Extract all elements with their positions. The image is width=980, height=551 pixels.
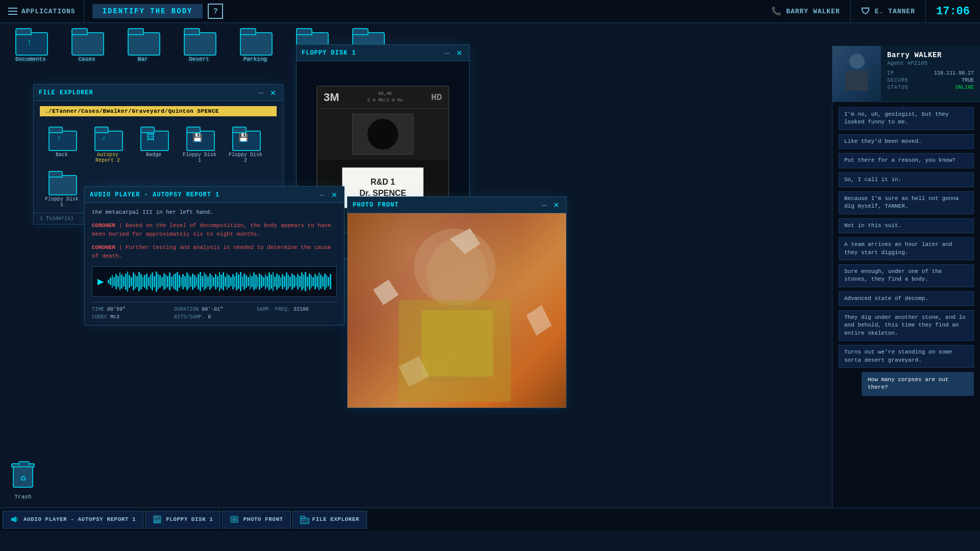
chat-messages: I'm no, uh, geologist, but they looked f…: [832, 102, 980, 503]
identify-body-button[interactable]: IDENTIFY THE BODY: [92, 4, 203, 18]
codec-val: Mc3: [110, 314, 119, 320]
documents-icon[interactable]: ↑ Documents: [10, 28, 51, 62]
cases-icon[interactable]: Cases: [66, 28, 107, 62]
barry-walker-panel[interactable]: 📞 BARRY WALKER: [761, 0, 851, 22]
floppy-disk-controls: — ✕: [443, 48, 464, 58]
file-back-label: Back: [56, 152, 68, 158]
floppy-rd-text1: R&D 1: [371, 177, 395, 188]
chat-msg-1: Like they'd been moved.: [839, 134, 974, 149]
back-arrow-icon: ↑: [57, 134, 62, 143]
floppy-shutter-area: [317, 109, 448, 160]
floppy-top-label: 3M DS,HD2.0 Mb/2.0 Mo HD: [317, 87, 448, 109]
audio-player-window: AUDIO PLAYER - AUTOPSY REPORT 1 — ✕ the …: [84, 186, 345, 325]
audio-close[interactable]: ✕: [330, 190, 339, 199]
coroner2-text: |: [119, 244, 126, 251]
meta-bits: BITS/SAMP. 8: [174, 314, 254, 320]
profile-photo: [832, 46, 881, 102]
audio-text-before: the metacarpal III in her left hand.: [92, 208, 337, 217]
floppy1-folder-icon: [48, 171, 75, 193]
file-floppy1-folder-label: Floppy Disk 1: [44, 196, 80, 208]
coroner1-text: |: [119, 222, 126, 229]
file-badge-label: Badge: [146, 152, 161, 158]
person-silhouette: [842, 54, 872, 94]
e-tanner-panel[interactable]: 🛡 E. TANNER: [851, 0, 926, 22]
profile-name: Barry WALKER: [887, 51, 974, 59]
parking-label: Parking: [243, 56, 267, 62]
taskbar-floppy-label: FLOPPY DISK 1: [166, 516, 213, 522]
desktop: ↑ Documents Cases Bar Desert Parking Fir…: [0, 23, 980, 531]
desert-label: Desert: [189, 56, 209, 62]
clock-display: 17:06: [926, 5, 980, 18]
footer-folders: 1 folder(s): [40, 216, 74, 221]
trash-icon: [10, 463, 36, 491]
chat-msg-9: They dig under another stone, and lo and…: [839, 310, 974, 341]
audio-player-titlebar: AUDIO PLAYER - AUTOPSY REPORT 1 — ✕: [85, 187, 344, 203]
profile-header: Barry WALKER Agent #F2105 IP 118.111.98.…: [832, 46, 980, 102]
taskbar-photo-icon: [230, 515, 239, 524]
ip-key: IP: [887, 70, 894, 76]
floppy-minimize[interactable]: —: [443, 48, 452, 58]
file-grid-row1: ↑ Back ♪ Autopsy Report 2 🖼 Badge 💾: [34, 121, 283, 168]
help-button[interactable]: ?: [208, 4, 223, 19]
audio-meta: TIME 00'59" DURATION 00'-01" SAMP. FREQ.…: [92, 302, 337, 320]
bar-folder-icon: [128, 28, 158, 54]
coroner2-body: Further testing and analysis is needed t…: [92, 244, 331, 260]
file-item-floppy1-folder[interactable]: Floppy Disk 1: [44, 171, 80, 208]
file-item-floppy1[interactable]: 💾 Floppy Disk 1: [182, 127, 217, 163]
bar-icon[interactable]: Bar: [122, 28, 163, 62]
meta-duration: DURATION 00'-01": [174, 307, 254, 312]
trash-lid: [11, 463, 35, 467]
file-explorer-titlebar: FILE EXPLORER — ✕: [34, 85, 283, 101]
taskbar-photo-front[interactable]: PHOTO FRONT: [222, 511, 290, 529]
desert-icon[interactable]: Desert: [179, 28, 219, 62]
taskbar-folder-icon: [300, 516, 308, 523]
play-button[interactable]: ▶: [97, 277, 104, 286]
file-item-floppy2[interactable]: 💾 Floppy Disk 2: [228, 127, 263, 163]
cases-folder-icon: [71, 28, 102, 54]
audio-player-controls: — ✕: [317, 190, 339, 199]
phone-icon: 📞: [771, 6, 782, 16]
documents-folder-icon: ↑: [15, 28, 46, 54]
file-item-badge[interactable]: 🖼 Badge: [136, 127, 172, 163]
duration-key: DURATION: [174, 307, 199, 312]
file-item-autopsy2[interactable]: ♪ Autopsy Report 2: [90, 127, 126, 163]
chat-msg-6: A team arrives an hour later and they st…: [839, 237, 974, 260]
bar-label: Bar: [138, 56, 148, 62]
parking-icon[interactable]: Parking: [235, 28, 276, 62]
applications-menu[interactable]: APPLICATIONS: [0, 0, 84, 22]
file-explorer-minimize[interactable]: —: [256, 88, 265, 97]
taskbar-audio-player[interactable]: AUDIO PLAYER - AUTOPSY REPORT 1: [3, 511, 143, 529]
meta-time: TIME 00'59": [92, 307, 172, 312]
profile-agent: Agent #F2105: [887, 60, 974, 66]
audio-player-title: AUDIO PLAYER - AUTOPSY REPORT 1: [90, 191, 317, 198]
time-key: TIME: [92, 307, 104, 312]
trash-label: Trash: [14, 494, 31, 500]
profile-status: STATUS ONLINE: [887, 85, 974, 90]
taskbar-floppy-icon: [153, 515, 162, 524]
floppy-close[interactable]: ✕: [455, 48, 464, 58]
coroner1-label: CORONER: [92, 222, 115, 229]
waveform-container: ▶: [92, 266, 337, 297]
trash-body: [13, 467, 33, 488]
photo-minimize[interactable]: —: [540, 201, 549, 210]
person-head: [849, 54, 865, 69]
photo-controls: — ✕: [540, 201, 561, 210]
file-item-back[interactable]: ↑ Back: [44, 127, 80, 163]
chat-msg-3: So, I call it in.: [839, 172, 974, 187]
photo-close[interactable]: ✕: [552, 201, 561, 210]
file-autopsy2-label: Autopsy Report 2: [90, 152, 126, 163]
audio-content: the metacarpal III in her left hand. COR…: [85, 203, 344, 325]
taskbar-floppy-disk[interactable]: FLOPPY DISK 1: [145, 511, 220, 529]
time-val: 00'59": [107, 307, 126, 312]
trash-icon-wrapper[interactable]: Trash: [10, 463, 36, 500]
bits-key: BITS/SAMP.: [174, 314, 205, 320]
parking-folder-icon: [240, 28, 271, 54]
audio-minimize[interactable]: —: [317, 190, 327, 199]
photo-content: [348, 213, 566, 408]
floppy-specs: DS,HD2.0 Mb/2.0 Mo: [367, 91, 403, 104]
taskbar-file-explorer[interactable]: FILE EXPLORER: [292, 511, 367, 529]
file-explorer-close[interactable]: ✕: [268, 88, 278, 97]
file-explorer-title: FILE EXPLORER: [39, 89, 256, 96]
chat-msg-8: Advanced state of decomp.: [839, 291, 974, 306]
applications-label: APPLICATIONS: [21, 8, 76, 15]
